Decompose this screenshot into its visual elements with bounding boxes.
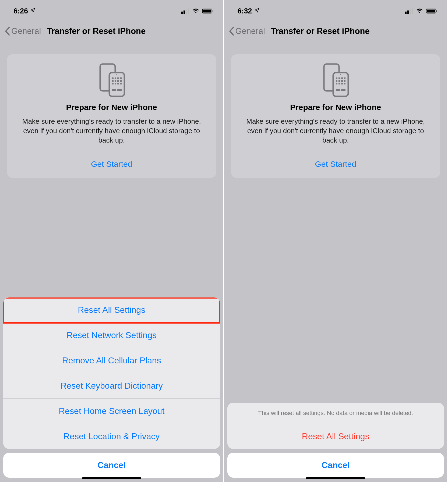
svg-rect-34 [336, 77, 337, 79]
svg-rect-41 [344, 80, 345, 82]
svg-rect-3 [188, 8, 189, 14]
status-bar: 6:32 [224, 0, 447, 19]
svg-rect-14 [112, 80, 114, 82]
reset-network-settings-option[interactable]: Reset Network Settings [3, 323, 220, 348]
svg-rect-2 [186, 9, 187, 14]
svg-rect-25 [407, 10, 409, 14]
back-label: General [235, 26, 265, 36]
svg-rect-8 [109, 73, 124, 96]
svg-rect-39 [338, 80, 340, 82]
svg-rect-47 [341, 89, 345, 91]
reset-location-privacy-option[interactable]: Reset Location & Privacy [3, 424, 220, 449]
battery-icon [202, 8, 214, 14]
confirm-action-sheet: This will reset all settings. No data or… [227, 403, 444, 478]
svg-rect-38 [336, 80, 337, 82]
battery-icon [426, 8, 438, 14]
svg-rect-44 [341, 83, 343, 84]
svg-rect-32 [333, 73, 348, 96]
status-bar: 6:26 [0, 0, 223, 19]
prepare-card: Prepare for New iPhone Make sure everyth… [7, 54, 216, 178]
nav-bar: General Transfer or Reset iPhone [224, 19, 447, 44]
svg-rect-11 [115, 77, 116, 79]
back-button[interactable]: General [228, 26, 265, 36]
phone-left: 6:26 General Transfer or Reset iPhone [0, 0, 224, 482]
cancel-button[interactable]: Cancel [227, 453, 444, 478]
reset-home-screen-option[interactable]: Reset Home Screen Layout [3, 399, 220, 424]
svg-rect-17 [120, 80, 122, 82]
home-indicator[interactable] [82, 477, 141, 479]
status-time: 6:32 [238, 7, 252, 15]
sheet-confirm-group: This will reset all settings. No data or… [227, 403, 444, 449]
home-indicator[interactable] [306, 477, 365, 479]
svg-rect-35 [338, 77, 340, 79]
svg-rect-18 [112, 83, 114, 84]
svg-point-9 [116, 74, 117, 75]
svg-rect-26 [410, 9, 411, 14]
svg-rect-27 [412, 8, 413, 14]
svg-rect-37 [344, 77, 345, 79]
svg-rect-19 [115, 83, 116, 84]
card-title: Prepare for New iPhone [241, 103, 431, 112]
svg-rect-36 [341, 77, 343, 79]
sheet-options-group: Reset All Settings Reset Network Setting… [3, 297, 220, 449]
reset-keyboard-dictionary-option[interactable]: Reset Keyboard Dictionary [3, 373, 220, 399]
svg-rect-20 [117, 83, 119, 84]
svg-rect-12 [117, 77, 119, 79]
get-started-link[interactable]: Get Started [17, 160, 207, 169]
svg-rect-10 [112, 77, 114, 79]
svg-rect-43 [338, 83, 340, 84]
card-description: Make sure everything's ready to transfer… [241, 117, 431, 145]
svg-rect-5 [203, 10, 211, 13]
card-description: Make sure everything's ready to transfer… [17, 117, 207, 145]
phone-right: 6:32 General Transfer or Reset iPhone [224, 0, 448, 482]
page-title: Transfer or Reset iPhone [271, 26, 370, 36]
svg-rect-15 [115, 80, 116, 82]
svg-rect-40 [341, 80, 343, 82]
prepare-card: Prepare for New iPhone Make sure everyth… [231, 54, 440, 178]
location-arrow-icon [254, 8, 260, 15]
svg-rect-22 [112, 89, 116, 91]
wifi-icon [192, 8, 200, 14]
svg-rect-23 [117, 89, 122, 91]
svg-point-33 [340, 74, 341, 75]
svg-rect-13 [120, 77, 122, 79]
svg-rect-1 [184, 10, 185, 14]
svg-rect-45 [344, 83, 345, 84]
page-title: Transfer or Reset iPhone [47, 26, 146, 36]
reset-action-sheet: Reset All Settings Reset Network Setting… [3, 297, 220, 478]
back-button[interactable]: General [4, 26, 41, 36]
svg-rect-46 [336, 89, 340, 91]
remove-cellular-plans-option[interactable]: Remove All Cellular Plans [3, 348, 220, 373]
chevron-left-icon [228, 27, 234, 36]
svg-rect-16 [117, 80, 119, 82]
reset-all-settings-option[interactable]: Reset All Settings [3, 297, 220, 323]
get-started-link[interactable]: Get Started [241, 160, 431, 169]
svg-rect-6 [213, 10, 213, 12]
status-time: 6:26 [13, 7, 28, 15]
nav-bar: General Transfer or Reset iPhone [0, 19, 223, 44]
confirm-header: This will reset all settings. No data or… [227, 403, 444, 424]
chevron-left-icon [4, 27, 10, 36]
svg-rect-42 [336, 83, 337, 84]
confirm-reset-all-settings[interactable]: Reset All Settings [227, 424, 444, 449]
wifi-icon [416, 8, 424, 14]
svg-rect-24 [405, 12, 407, 14]
svg-rect-0 [181, 12, 183, 14]
svg-rect-21 [120, 83, 122, 84]
svg-rect-30 [436, 10, 437, 12]
cellular-signal-icon [181, 8, 189, 14]
card-title: Prepare for New iPhone [17, 103, 207, 112]
cancel-button[interactable]: Cancel [3, 453, 220, 478]
back-label: General [11, 26, 41, 36]
cellular-signal-icon [405, 8, 413, 14]
svg-rect-29 [427, 10, 435, 13]
location-arrow-icon [30, 8, 36, 15]
transfer-devices-icon [17, 62, 207, 97]
transfer-devices-icon [241, 62, 431, 97]
